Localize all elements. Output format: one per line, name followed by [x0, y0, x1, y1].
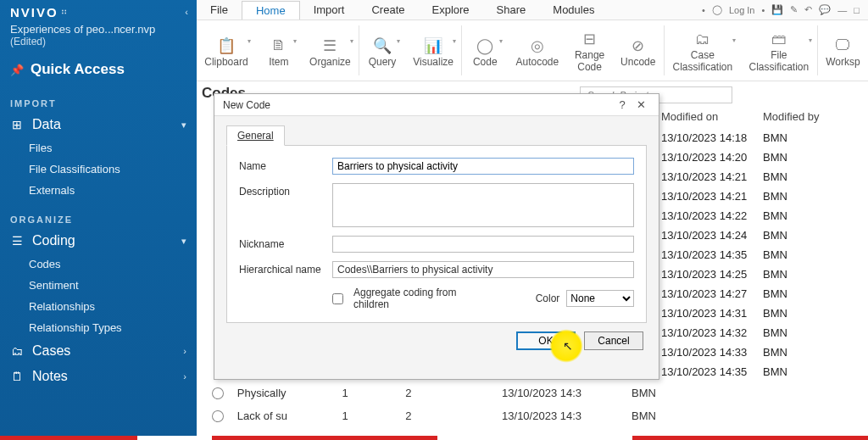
sidebar-item-coding[interactable]: ☰ Coding ▾ — [0, 228, 197, 253]
table-row[interactable]: 13/10/2023 14:21BMN — [661, 167, 863, 187]
sidebar-item-cases[interactable]: 🗂 Cases › — [0, 338, 197, 364]
search-icon: 🔍 — [373, 36, 392, 56]
save-icon[interactable]: 💾 — [771, 4, 783, 15]
col-modified-on[interactable]: Modified on — [661, 110, 763, 123]
menu-create[interactable]: Create — [358, 1, 418, 19]
file-icon: 🗎 — [271, 36, 287, 56]
ribbon-case-classification[interactable]: 🗂▾CaseClassification — [665, 20, 741, 81]
sidebar-item-file-classifications[interactable]: File Classifications — [0, 159, 197, 180]
ribbon-visualize[interactable]: 📊▾Visualize — [405, 20, 461, 81]
aggregate-checkbox[interactable] — [332, 293, 343, 304]
help-icon[interactable]: ? — [613, 98, 632, 111]
ribbon-fileclass-label: File — [771, 50, 787, 61]
ribbon-range-label: Range — [575, 50, 604, 61]
section-organize-label: ORGANIZE — [0, 201, 197, 228]
codes-list: Physically1213/10/2023 14:3BMNLack of su… — [212, 382, 656, 427]
tab-general[interactable]: General — [226, 125, 285, 146]
ribbon-organize-label: Organize — [309, 56, 351, 68]
menu-explore[interactable]: Explore — [419, 1, 483, 19]
ribbon-code[interactable]: ◯▾Code — [462, 20, 508, 81]
ribbon-fileclass-label2: Classification — [748, 62, 809, 73]
nickname-label: Nickname — [239, 236, 332, 250]
dialog-body: Name Description Nickname Hierarchical n… — [226, 145, 647, 323]
code-icon — [212, 387, 224, 399]
table-row[interactable]: 13/10/2023 14:22BMN — [661, 206, 863, 226]
cancel-button[interactable]: Cancel — [584, 331, 643, 350]
ribbon-autocode[interactable]: ◎Autocode — [508, 20, 566, 81]
autocode-icon: ◎ — [531, 36, 544, 56]
app-logo: NVIVO ∷ — [0, 0, 197, 23]
maximize-icon[interactable]: □ — [854, 5, 860, 15]
quick-access-label: Quick Access — [31, 61, 125, 78]
code-icon: ◯ — [476, 36, 493, 56]
ok-button[interactable]: OK — [516, 331, 576, 350]
menu-import[interactable]: Import — [300, 1, 359, 19]
sidebar-item-codes[interactable]: Codes — [0, 253, 197, 275]
ribbon-autocode-label: Autocode — [516, 56, 559, 68]
ribbon-workspace[interactable]: 🖵Worksp — [818, 20, 868, 81]
login-button[interactable]: Log In — [729, 5, 755, 15]
organize-icon: ☰ — [323, 36, 337, 56]
list-item[interactable]: Lack of su1213/10/2023 14:3BMN — [212, 404, 656, 427]
ribbon-query[interactable]: 🔍▾Query — [359, 20, 405, 81]
hierarchical-label: Hierarchical name — [239, 261, 332, 276]
table-row[interactable]: 13/10/2023 14:20BMN — [661, 148, 863, 167]
table-row[interactable]: 13/10/2023 14:24BMN — [661, 226, 863, 245]
table-row[interactable]: 13/10/2023 14:25BMN — [661, 265, 863, 284]
ribbon-file-classification[interactable]: 🗃▾FileClassification — [741, 20, 817, 81]
edit-icon[interactable]: ✎ — [790, 4, 798, 15]
dot2-icon[interactable]: • — [761, 5, 765, 15]
ribbon-query-label: Query — [369, 56, 397, 68]
color-label: Color — [536, 292, 560, 304]
sidebar-item-sentiment[interactable]: Sentiment — [0, 275, 197, 296]
range-icon: ⊟ — [583, 30, 596, 50]
ribbon-caseclass-label: Case — [691, 50, 715, 61]
ribbon-item[interactable]: 🗎▾Item — [256, 20, 302, 81]
data-icon: ⊞ — [10, 118, 24, 131]
sidebar-item-relationships[interactable]: Relationships — [0, 296, 197, 317]
ribbon-range-code[interactable]: ⊟RangeCode — [566, 20, 612, 81]
sidebar-item-notes[interactable]: 🗒 Notes › — [0, 364, 197, 389]
description-input[interactable] — [332, 183, 634, 227]
table-row[interactable]: 13/10/2023 14:18BMN — [661, 128, 863, 148]
file-class-icon: 🗃 — [771, 30, 787, 50]
menu-share[interactable]: Share — [483, 1, 540, 19]
sidebar-collapse-icon[interactable]: ‹ — [185, 7, 188, 17]
close-icon[interactable]: ✕ — [632, 98, 650, 111]
list-item[interactable]: Physically1213/10/2023 14:3BMN — [212, 382, 656, 404]
sidebar-item-relationship-types[interactable]: Relationship Types — [0, 317, 197, 338]
table-row[interactable]: 13/10/2023 14:31BMN — [661, 304, 863, 323]
ribbon-range-label2: Code — [577, 62, 602, 73]
col-modified-by[interactable]: Modified by — [763, 110, 819, 123]
ribbon-clipboard[interactable]: 📋▾Clipboard — [197, 20, 256, 81]
table-row[interactable]: 13/10/2023 14:32BMN — [661, 323, 863, 343]
sidebar-item-externals[interactable]: Externals — [0, 180, 197, 201]
menu-home[interactable]: Home — [242, 1, 300, 19]
color-select[interactable]: None — [566, 290, 634, 307]
nickname-input[interactable] — [332, 236, 634, 253]
plus-icon[interactable]: ◯ — [712, 4, 722, 15]
progress-bar — [0, 436, 868, 440]
ribbon-uncode[interactable]: ⊘Uncode — [613, 20, 664, 81]
name-input[interactable] — [332, 158, 634, 175]
ribbon-uncode-label: Uncode — [620, 56, 655, 68]
sidebar-item-files[interactable]: Files — [0, 137, 197, 159]
sidebar-item-data[interactable]: ⊞ Data ▾ — [0, 112, 197, 137]
new-code-dialog: New Code ? ✕ General Name Description Ni… — [214, 93, 659, 380]
coding-icon: ☰ — [10, 234, 24, 248]
undo-icon[interactable]: ↶ — [804, 4, 812, 15]
table-row[interactable]: 13/10/2023 14:21BMN — [661, 187, 863, 206]
dot-icon[interactable]: • — [702, 5, 705, 15]
table-row[interactable]: 13/10/2023 14:27BMN — [661, 284, 863, 304]
ribbon-organize[interactable]: ☰▾Organize — [302, 20, 359, 81]
menu-modules[interactable]: Modules — [539, 1, 608, 19]
sidebar-notes-label: Notes — [32, 369, 68, 384]
minimize-icon[interactable]: — — [837, 5, 847, 15]
table-row[interactable]: 13/10/2023 14:35BMN — [661, 245, 863, 265]
table-row[interactable]: 13/10/2023 14:35BMN — [661, 362, 863, 382]
uncode-icon: ⊘ — [632, 36, 644, 56]
menu-file[interactable]: File — [197, 1, 242, 19]
quick-access[interactable]: 📌 Quick Access — [0, 53, 197, 85]
chat-icon[interactable]: 💬 — [819, 4, 831, 15]
table-row[interactable]: 13/10/2023 14:33BMN — [661, 343, 863, 362]
